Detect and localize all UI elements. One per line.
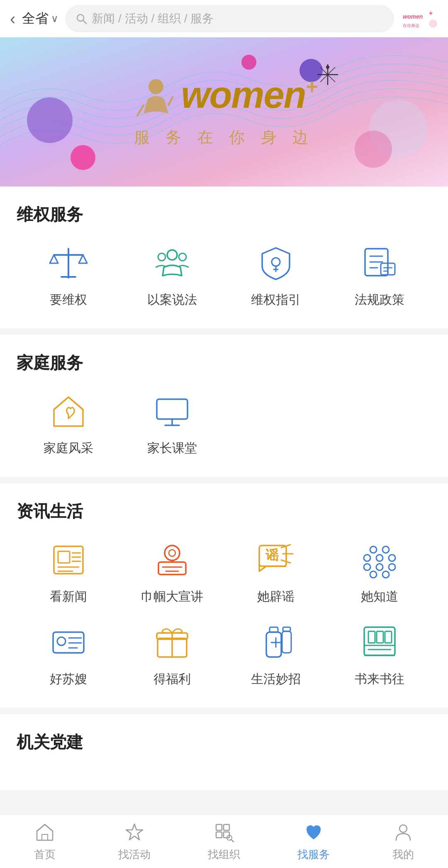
svg-text:谣: 谣 [265,548,279,563]
info-grid-1: 看新闻 巾帼大宣讲 谣 [17,539,431,605]
banner-star-icon [315,62,340,87]
svg-line-80 [257,624,282,627]
svg-rect-90 [42,834,48,840]
search-icon [75,12,88,25]
info-grid-2: 好苏嫂 得福利 [17,622,431,688]
svg-line-14 [137,105,144,116]
info-item-books[interactable]: 书来书往 [328,622,431,688]
bottom-nav: 首页 找活动 找组织 找服务 [0,814,448,868]
svg-point-58 [370,546,377,553]
family-item-ketang[interactable]: 家长课堂 [120,391,224,457]
rumor-icon: 谣 [255,539,297,581]
rights-section-title: 维权服务 [17,203,431,226]
svg-line-1 [83,20,86,24]
svg-point-62 [389,555,395,561]
people-icon [151,242,193,284]
screen-icon [151,391,193,432]
svg-point-20 [326,65,329,69]
info-section-title: 资讯生活 [17,500,431,523]
info-item-rumor[interactable]: 谣 她辟谣 [224,539,328,605]
rights-section: 维权服务 要维权 [0,187,448,328]
family-grid: 家庭风采 家长课堂 [17,391,431,457]
svg-rect-77 [266,632,281,657]
info-label-3: 她辟谣 [257,588,295,605]
rights-item-yaoweiQuan[interactable]: 要维权 [17,242,120,308]
doc-chat-icon [359,242,400,284]
nav-item-mine[interactable]: 我的 [358,821,448,862]
info-item-susao[interactable]: 好苏嫂 [17,622,120,688]
svg-point-60 [364,555,370,561]
info-item-gift[interactable]: 得福利 [120,622,224,688]
banner-figure-icon [131,76,181,126]
info-item-sheknows[interactable]: 她知道 [328,539,431,605]
lecture-icon [151,539,193,581]
id-card-icon [48,622,89,663]
banner-title: women+ [181,76,317,114]
svg-line-98 [231,840,234,842]
svg-text:在你身边: 在你身边 [403,23,419,28]
nav-label-services: 找服务 [297,847,330,862]
rights-item-yianshuo[interactable]: 以案说法 [120,242,224,308]
svg-point-69 [57,637,66,645]
info-label-5: 好苏嫂 [50,671,87,688]
nav-label-mine: 我的 [392,847,414,862]
rights-label-1: 要维权 [50,291,87,308]
banner-subtitle: 服 务 在 你 身 边 [131,127,317,148]
rights-item-zhiyin[interactable]: 维权指引 [224,242,328,308]
header: ‹ 全省 ∨ 新闻 / 活动 / 组织 / 服务 women + 在你身边 [0,0,448,37]
svg-rect-41 [58,551,70,563]
svg-point-24 [167,250,177,260]
svg-rect-49 [158,562,186,575]
rights-label-4: 法规政策 [355,291,404,308]
svg-point-8 [241,55,256,70]
svg-rect-93 [224,824,229,830]
svg-rect-94 [216,832,222,838]
house-heart-icon [48,391,89,432]
svg-rect-76 [270,627,278,632]
nav-item-home[interactable]: 首页 [0,821,90,862]
home-nav-icon [33,821,56,844]
info-item-news[interactable]: 看新闻 [17,539,120,605]
nav-item-orgs[interactable]: 找组织 [179,821,269,862]
svg-point-59 [382,546,389,553]
info-label-6: 得福利 [153,671,191,688]
rights-label-2: 以案说法 [147,291,197,308]
grid-nav-icon [212,821,236,844]
app-logo: women + 在你身边 [401,6,438,31]
info-item-lecture[interactable]: 巾帼大宣讲 [120,539,224,605]
chevron-down-icon: ∨ [51,13,58,24]
nav-item-services[interactable]: 找服务 [269,821,358,862]
location-selector[interactable]: 全省 ∨ [22,10,58,28]
news-icon [48,539,89,581]
back-button[interactable]: ‹ [10,10,15,27]
info-section: 资讯生活 看新闻 [0,483,448,708]
family-section: 家庭服务 家庭风采 家长课堂 [0,335,448,477]
party-section: 机关党建 [0,714,448,790]
svg-rect-82 [282,631,291,653]
svg-point-5 [429,19,437,28]
search-bar[interactable]: 新闻 / 活动 / 组织 / 服务 [65,5,394,32]
svg-point-61 [376,555,383,561]
svg-text:women: women [403,13,423,20]
rights-label-3: 维权指引 [251,291,301,308]
svg-point-63 [364,564,370,570]
svg-point-64 [376,564,383,570]
svg-point-13 [149,79,163,94]
family-label-2: 家长课堂 [147,440,197,457]
bookshelf-icon [359,622,400,663]
info-item-tips[interactable]: 生活妙招 [224,622,328,688]
svg-point-99 [399,825,407,832]
search-placeholder: 新闻 / 活动 / 组织 / 服务 [92,11,214,27]
svg-point-27 [272,258,280,266]
banner-content: women+ 服 务 在 你 身 边 [131,76,317,148]
svg-point-66 [370,571,377,578]
rights-item-fagui[interactable]: 法规政策 [328,242,431,308]
svg-point-25 [158,253,166,261]
svg-rect-92 [216,824,222,830]
svg-point-48 [169,550,175,556]
family-item-fengcai[interactable]: 家庭风采 [17,391,120,457]
gift-icon [151,622,193,663]
nav-item-activities[interactable]: 找活动 [90,821,179,862]
nav-label-home: 首页 [34,847,56,862]
nav-label-orgs: 找组织 [208,847,240,862]
